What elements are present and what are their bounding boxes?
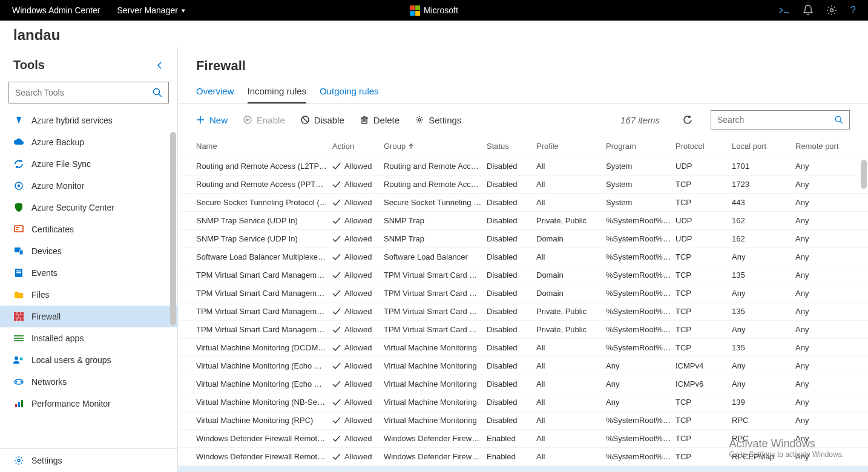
cell-name: Virtual Machine Monitoring (NB-Sessi... (196, 398, 332, 407)
cell-profile: Domain (536, 270, 606, 280)
cell-name: Routing and Remote Access (L2TP-In) (196, 162, 332, 171)
sidebar-item-label: Firewall (31, 312, 61, 321)
notification-icon[interactable] (803, 5, 813, 16)
gear-icon[interactable] (826, 5, 837, 16)
sidebar-heading: Tools (13, 58, 45, 72)
refresh-button[interactable] (680, 113, 695, 127)
svg-point-1 (830, 9, 833, 12)
tab-incoming-rules[interactable]: Incoming rules (248, 86, 307, 103)
table-row[interactable]: SNMP Trap Service (UDP In)AllowedSNMP Tr… (178, 212, 868, 230)
search-icon (835, 116, 843, 124)
tab-outgoing-rules[interactable]: Outgoing rules (320, 86, 379, 103)
table-search-input[interactable] (717, 115, 835, 125)
collapse-sidebar-icon[interactable] (156, 61, 164, 70)
table-row[interactable]: TPM Virtual Smart Card Management...Allo… (178, 284, 868, 303)
cell-action: Allowed (332, 452, 384, 461)
sidebar-scrollbar[interactable] (170, 132, 176, 326)
console-icon[interactable] (779, 6, 790, 15)
table-row[interactable]: TPM Virtual Smart Card Management...Allo… (178, 303, 868, 321)
column-header-program[interactable]: Program (606, 142, 676, 151)
table-search-wrap[interactable] (711, 110, 850, 129)
sidebar-item-azure-hybrid-services[interactable]: Azure hybrid services (0, 110, 177, 131)
sidebar-item-performance-monitor[interactable]: Performance Monitor (0, 393, 177, 415)
table-row[interactable]: Virtual Machine Monitoring (NB-Sessi...A… (178, 393, 868, 411)
svg-line-47 (840, 121, 843, 123)
toolbar: New Enable Disable Delete Settings 167 i… (178, 104, 868, 136)
table-row[interactable]: Windows Defender Firewall Remote ...Allo… (178, 448, 868, 466)
sidebar-item-local-users-groups[interactable]: Local users & groups (0, 349, 177, 371)
check-icon (332, 381, 341, 388)
sidebar-item-label: Performance Monitor (31, 399, 111, 408)
cell-action: Allowed (332, 361, 384, 370)
svg-line-3 (159, 94, 162, 97)
sidebar-item-azure-file-sync[interactable]: Azure File Sync (0, 153, 177, 175)
cell-remote-port: Any (795, 198, 862, 207)
delete-button[interactable]: Delete (360, 115, 399, 125)
sidebar-item-certificates[interactable]: Certificates (0, 218, 177, 240)
sidebar-item-events[interactable]: Events (0, 262, 177, 284)
server-selector-label: Server Manager (117, 5, 178, 15)
table-row[interactable]: Windows Defender Firewall Remote ...Allo… (178, 430, 868, 448)
table-row[interactable]: Virtual Machine Monitoring (RPC)AllowedV… (178, 411, 868, 430)
cell-protocol: TCP (676, 434, 732, 443)
cell-local-port: Any (732, 325, 795, 334)
column-header-protocol[interactable]: Protocol (676, 142, 732, 151)
column-header-group[interactable]: Group (384, 142, 487, 151)
sidebar-settings-item[interactable]: Settings (0, 448, 177, 472)
column-header-local-port[interactable]: Local port (732, 142, 795, 151)
sidebar-item-devices[interactable]: Devices (0, 240, 177, 262)
sidebar-item-label: Files (31, 290, 50, 300)
cell-remote-port: Any (795, 216, 862, 225)
help-icon[interactable]: ? (850, 5, 856, 16)
sidebar-item-firewall[interactable]: Firewall (0, 306, 177, 327)
table-row[interactable]: Virtual Machine Monitoring (DCOM-In)Allo… (178, 339, 868, 357)
cell-local-port: RPCEPMap (732, 452, 795, 461)
cell-action: Allowed (332, 325, 384, 334)
column-header-status[interactable]: Status (487, 142, 536, 151)
table-row[interactable]: Software Load Balancer Multiplexer (T...… (178, 248, 868, 266)
sidebar-item-azure-backup[interactable]: Azure Backup (0, 131, 177, 153)
enable-button[interactable]: Enable (243, 115, 285, 125)
sidebar-item-networks[interactable]: Networks (0, 371, 177, 393)
table-row[interactable]: Virtual Machine Monitoring (Echo Re...Al… (178, 375, 868, 393)
table-row[interactable]: Secure Socket Tunneling Protocol (SS...A… (178, 194, 868, 212)
cell-program: %SystemRoot%\... (606, 434, 676, 443)
table-row[interactable]: TPM Virtual Smart Card Management...Allo… (178, 321, 868, 339)
sidebar-item-azure-monitor[interactable]: Azure Monitor (0, 175, 177, 197)
cell-program: %SystemRoot%\... (606, 234, 676, 243)
table-row[interactable]: Routing and Remote Access (L2TP-In)Allow… (178, 157, 868, 175)
apps-icon (13, 333, 24, 344)
svg-point-27 (20, 358, 23, 361)
sidebar-item-azure-security-center[interactable]: Azure Security Center (0, 197, 177, 218)
monitor-icon (13, 180, 24, 191)
cell-group: SNMP Trap (384, 234, 487, 243)
table-row[interactable]: Windows Management Instrumentati...Allow… (178, 466, 868, 472)
cell-profile: Private, Public (536, 325, 606, 334)
search-tools-input-wrap[interactable] (8, 82, 169, 103)
settings-button[interactable]: Settings (415, 115, 461, 125)
search-tools-input[interactable] (15, 88, 153, 97)
grid-scrollbar[interactable] (861, 160, 867, 189)
svg-rect-13 (16, 270, 21, 272)
perf-icon (13, 398, 24, 409)
table-row[interactable]: Routing and Remote Access (PPTP-In)Allow… (178, 175, 868, 194)
column-header-action[interactable]: Action (332, 142, 384, 151)
table-row[interactable]: Virtual Machine Monitoring (Echo Re...Al… (178, 357, 868, 375)
cell-protocol: TCP (676, 270, 732, 280)
cell-profile: All (536, 162, 606, 171)
column-header-remote-port[interactable]: Remote port (795, 142, 862, 151)
column-header-name[interactable]: Name (196, 142, 332, 151)
table-row[interactable]: TPM Virtual Smart Card Management...Allo… (178, 266, 868, 284)
cell-action: Allowed (332, 180, 384, 189)
column-header-profile[interactable]: Profile (536, 142, 606, 151)
cell-action: Allowed (332, 252, 384, 261)
sidebar-item-installed-apps[interactable]: Installed apps (0, 327, 177, 349)
table-row[interactable]: SNMP Trap Service (UDP In)AllowedSNMP Tr… (178, 230, 868, 248)
server-selector[interactable]: Server Manager ▾ (117, 5, 185, 15)
tab-overview[interactable]: Overview (196, 86, 234, 103)
new-button[interactable]: New (196, 115, 228, 125)
cell-group: Virtual Machine Monitoring (384, 416, 487, 425)
disable-button[interactable]: Disable (301, 115, 344, 125)
sidebar-item-files[interactable]: Files (0, 284, 177, 306)
svg-rect-11 (19, 250, 23, 255)
